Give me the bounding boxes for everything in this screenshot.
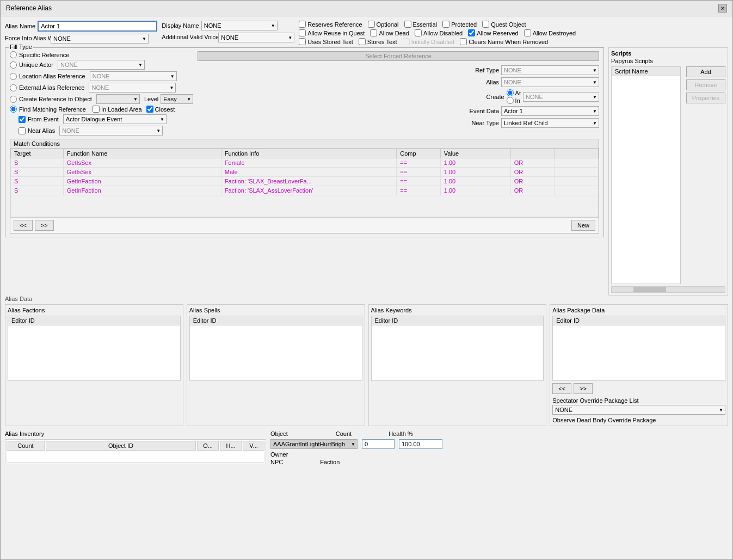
cell-value: 1.00 [440, 177, 510, 186]
object-label: Object [270, 430, 288, 437]
ref-type-select[interactable]: NONE [501, 65, 599, 75]
match-conditions-header: Match Conditions [10, 139, 599, 149]
alias-package-list[interactable]: Editor ID [552, 316, 725, 381]
find-matching-row: Find Matching Reference In Loaded Area C… [10, 106, 193, 113]
main-layout: Fill Type Specific Reference [5, 47, 728, 296]
table-row[interactable]: S GetIsSex Female == 1.00 OR [11, 158, 599, 168]
health-label: Health % [389, 430, 413, 437]
allow-disabled-check[interactable]: Allow Disabled [415, 29, 463, 36]
alias-keywords-list[interactable]: Editor ID [371, 316, 544, 381]
allow-reserved-check[interactable]: Allow Reserved [468, 29, 518, 36]
from-event-select[interactable]: Actor Dialogue Event [63, 114, 167, 124]
external-alias-select[interactable]: NONE [89, 83, 176, 93]
alias-spells-section: Alias Spells Editor ID [187, 304, 365, 426]
package-nav-prev[interactable]: << [552, 383, 571, 394]
inv-col-count: Count [7, 441, 45, 451]
spectator-select[interactable]: NONE [552, 405, 725, 415]
additional-voice-select[interactable]: NONE [218, 33, 294, 42]
script-name-header: Script Name [612, 67, 680, 76]
add-script-button[interactable]: Add [686, 66, 725, 77]
location-alias-select[interactable]: NONE [90, 71, 177, 81]
remove-script-button[interactable]: Remove [686, 79, 725, 90]
table-row[interactable]: S GetInFaction Faction: 'SLAX_BreastLove… [11, 177, 599, 186]
main-window: Reference Alias ✕ Alias Name Force Into … [0, 0, 733, 560]
essential-check[interactable]: Essential [404, 21, 438, 28]
create-value-select[interactable]: NONE [523, 92, 599, 102]
alias-factions-list[interactable]: Editor ID [8, 316, 181, 381]
alias-inventory-section: Alias Inventory Count Object ID O... H..… [5, 430, 266, 465]
forced-ref-button[interactable]: Select Forced Reference [198, 51, 599, 61]
close-button[interactable]: ✕ [718, 4, 727, 13]
package-nav-next[interactable]: >> [574, 383, 593, 394]
count-input[interactable] [362, 439, 395, 449]
near-alias-check[interactable] [19, 127, 26, 134]
col-comp: Comp [397, 149, 441, 158]
initially-disabled-check[interactable]: Initially Disabled [403, 38, 454, 45]
specific-reference-radio[interactable] [10, 51, 17, 58]
inv-row-empty [7, 452, 264, 463]
protected-check[interactable]: Protected [442, 21, 477, 28]
location-alias-radio[interactable] [10, 73, 17, 80]
bottom-section: Alias Inventory Count Object ID O... H..… [5, 430, 728, 465]
create-at-radio[interactable] [507, 89, 514, 96]
find-matching-radio[interactable] [10, 106, 17, 113]
clears-name-check[interactable]: Clears Name When Removed [460, 38, 548, 45]
near-alias-select[interactable]: NONE [59, 126, 163, 136]
display-name-group: Display Name NONE [162, 21, 294, 30]
col-extra2 [555, 149, 599, 158]
table-row[interactable]: S GetIsSex Male == 1.00 OR [11, 168, 599, 177]
object-select[interactable]: AAAGrantIntLightHurtBrigh [270, 439, 358, 449]
col-extra1 [510, 149, 555, 158]
optional-check[interactable]: Optional [368, 21, 399, 28]
create-in-radio[interactable] [507, 97, 514, 104]
allow-reuse-check[interactable]: Allow Reuse in Quest [299, 29, 365, 36]
cell-value: 1.00 [440, 186, 510, 195]
uses-stored-text-check[interactable]: Uses Stored Text [299, 38, 353, 45]
allow-destroyed-check[interactable]: Allow Destroyed [524, 29, 576, 36]
display-name-select[interactable]: NONE [201, 21, 278, 30]
reserves-reference-check[interactable]: Reserves Reference [299, 21, 362, 28]
level-select[interactable]: Easy [161, 94, 193, 104]
create-ref-select[interactable] [96, 94, 140, 104]
force-alias-select[interactable]: NONE [51, 34, 149, 44]
script-buttons: Add Remove Properties [686, 66, 725, 284]
stores-text-check[interactable]: Stores Text [359, 38, 397, 45]
create-ref-radio[interactable] [10, 96, 17, 103]
closest-check[interactable] [146, 106, 153, 113]
external-alias-radio[interactable] [10, 84, 17, 91]
near-type-select[interactable]: Linked Ref Child [501, 118, 599, 128]
scripts-panel: Scripts Papyrus Scripts Script Name Add … [608, 47, 728, 296]
alias-inventory-label: Alias Inventory [5, 430, 266, 437]
cell-function-name: GetIsSex [63, 168, 221, 177]
from-event-check[interactable] [19, 116, 26, 123]
table-row[interactable]: S GetInFaction Faction: 'SLAX_AssLoverFa… [11, 186, 599, 195]
alias-spells-label: Alias Spells [189, 307, 362, 313]
fill-type-right: Select Forced Reference Ref Type NONE [198, 51, 599, 136]
alias-spells-list[interactable]: Editor ID [189, 316, 362, 381]
nav-prev-button[interactable]: << [14, 220, 33, 231]
inv-col-object-id: Object ID [46, 441, 196, 451]
in-loaded-area-check[interactable] [93, 106, 100, 113]
title-bar: Reference Alias ✕ [1, 1, 732, 16]
event-data-select[interactable]: Actor 1 [501, 106, 599, 116]
nav-next-button[interactable]: >> [35, 220, 54, 231]
spells-header: Editor ID [190, 316, 362, 325]
unique-actor-select[interactable]: NONE [58, 60, 145, 70]
scripts-list[interactable]: Script Name [611, 66, 681, 284]
fill-type-label: Fill Type [9, 44, 33, 50]
alias-select[interactable]: NONE [501, 77, 599, 87]
inv-col-v: V... [243, 441, 264, 451]
alias-name-input[interactable] [38, 21, 157, 32]
scripts-scrollbar[interactable] [611, 286, 725, 293]
quest-object-check[interactable]: Quest Object [482, 21, 526, 28]
allow-dead-check[interactable]: Allow Dead [370, 29, 409, 36]
properties-script-button[interactable]: Properties [686, 93, 725, 103]
alias-data-section: Alias Data Alias Factions Editor ID Alia… [5, 296, 728, 426]
owner-label: Owner [270, 451, 288, 458]
fill-type-radios: Specific Reference Unique Actor NONE [10, 51, 193, 136]
unique-actor-radio[interactable] [10, 61, 17, 69]
new-button[interactable]: New [571, 220, 595, 231]
health-input[interactable] [399, 439, 442, 449]
cell-target: S [11, 177, 64, 186]
inventory-table: Count Object ID O... H... V... [5, 439, 266, 464]
